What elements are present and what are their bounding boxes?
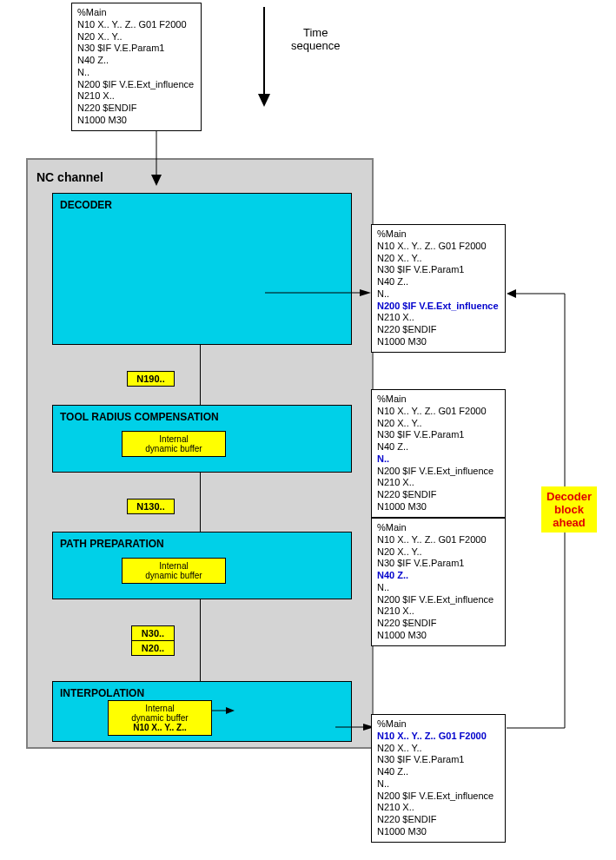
tag-n130: N130.. xyxy=(127,499,175,514)
doc-line: N1000 M30 xyxy=(377,501,500,513)
doc-line: N.. xyxy=(377,778,500,791)
buffer-interp-n10: N10 X.. Y.. Z.. xyxy=(133,723,187,732)
doc-line: N220 $ENDIF xyxy=(377,324,500,336)
tag-n190: N190.. xyxy=(127,371,175,387)
arrow-interp xyxy=(335,723,376,735)
stage-interp-title: INTERPOLATION xyxy=(60,687,344,699)
doc-line: %Main xyxy=(377,228,500,241)
doc-line: N20 X.. Y.. xyxy=(377,253,500,265)
doc-line-hl: N200 $IF V.E.Ext_influence xyxy=(377,301,500,313)
doc-line: N.. xyxy=(377,582,500,594)
decoder-block-ahead: Decoder block ahead xyxy=(541,486,597,533)
doc-line: %Main xyxy=(377,718,500,731)
doc-line: N.. xyxy=(377,288,500,301)
doc-line: %Main xyxy=(377,522,500,534)
svg-marker-5 xyxy=(360,289,371,296)
doc-line: N220 $ENDIF xyxy=(377,489,500,501)
doc-line: N20 X.. Y.. xyxy=(377,546,500,559)
doc-line: %Main xyxy=(77,7,195,19)
buffer-interp-label: Internal dynamic buffer xyxy=(131,704,188,723)
doc-line: N10 X.. Y.. Z.. G01 F2000 xyxy=(377,241,500,253)
doc-decoder: %Main N10 X.. Y.. Z.. G01 F2000 N20 X.. … xyxy=(371,224,506,353)
doc-line: N200 $IF V.E.Ext_influence xyxy=(77,79,195,91)
buffer-pathprep: Internal dynamic buffer xyxy=(122,558,226,584)
buffer-trc: Internal dynamic buffer xyxy=(122,431,226,457)
doc-trc: %Main N10 X.. Y.. Z.. G01 F2000 N20 X.. … xyxy=(371,389,506,518)
doc-line: N10 X.. Y.. Z.. G01 F2000 xyxy=(377,534,500,546)
stage-decoder-title: DECODER xyxy=(60,199,344,211)
doc-line: N30 $IF V.E.Param1 xyxy=(377,558,500,570)
doc-line: N220 $ENDIF xyxy=(77,103,195,115)
svg-marker-9 xyxy=(226,707,235,714)
arrow-decoding xyxy=(265,289,374,301)
doc-line: N20 X.. Y.. xyxy=(77,31,195,43)
buffer-interp: Internal dynamic buffer N10 X.. Y.. Z.. xyxy=(108,700,212,736)
doc-line-hl: N10 X.. Y.. Z.. G01 F2000 xyxy=(377,731,500,743)
doc-line: N40 Z.. xyxy=(377,441,500,453)
doc-main-top: %Main N10 X.. Y.. Z.. G01 F2000 N20 X.. … xyxy=(71,3,202,131)
tag-n20: N20.. xyxy=(131,640,175,656)
arrow-top-to-decoder xyxy=(143,125,169,190)
doc-pathprep: %Main N10 X.. Y.. Z.. G01 F2000 N20 X.. … xyxy=(371,518,506,646)
stage-decoder: DECODER xyxy=(52,193,352,345)
doc-line: N30 $IF V.E.Param1 xyxy=(377,429,500,441)
doc-line: N40 Z.. xyxy=(77,55,195,67)
nc-title: NC channel xyxy=(36,170,363,184)
doc-line: N40 Z.. xyxy=(377,276,500,288)
doc-line: N1000 M30 xyxy=(377,826,500,838)
doc-line: N30 $IF V.E.Param1 xyxy=(377,264,500,276)
doc-line: N200 $IF V.E.Ext_influence xyxy=(377,594,500,606)
doc-line: N10 X.. Y.. Z.. G01 F2000 xyxy=(77,19,195,31)
svg-marker-14 xyxy=(507,289,516,298)
doc-line: N30 $IF V.E.Param1 xyxy=(377,754,500,766)
doc-line-hl: N40 Z.. xyxy=(377,570,500,582)
doc-line: N20 X.. Y.. xyxy=(377,743,500,755)
doc-line: N1000 M30 xyxy=(377,336,500,348)
tag-n30: N30.. xyxy=(131,625,175,641)
doc-line: N200 $IF V.E.Ext_influence xyxy=(377,466,500,478)
svg-marker-1 xyxy=(258,94,270,107)
doc-line: N30 $IF V.E.Param1 xyxy=(77,43,195,55)
arrow-buf-to-label xyxy=(212,705,236,718)
doc-line: N220 $ENDIF xyxy=(377,618,500,630)
doc-line: N210 X.. xyxy=(377,605,500,618)
doc-line: N40 Z.. xyxy=(377,766,500,778)
doc-line: N10 X.. Y.. Z.. G01 F2000 xyxy=(377,406,500,418)
doc-line-hl: N.. xyxy=(377,453,500,466)
doc-line: N.. xyxy=(77,67,195,79)
stage-pathprep-title: PATH PREPARATION xyxy=(60,538,344,550)
doc-line: N200 $IF V.E.Ext_influence xyxy=(377,791,500,803)
doc-interp: %Main N10 X.. Y.. Z.. G01 F2000 N20 X.. … xyxy=(371,714,506,843)
doc-line: N210 X.. xyxy=(377,312,500,324)
doc-line: N210 X.. xyxy=(377,802,500,814)
doc-line: N220 $ENDIF xyxy=(377,814,500,826)
svg-marker-3 xyxy=(151,175,162,186)
doc-line: %Main xyxy=(377,394,500,406)
time-arrow xyxy=(251,7,277,111)
time-label: Time sequence xyxy=(291,26,340,52)
doc-line: N210 X.. xyxy=(77,90,195,103)
stage-trc-title: TOOL RADIUS COMPENSATION xyxy=(60,411,344,423)
doc-line: N20 X.. Y.. xyxy=(377,418,500,430)
doc-line: N1000 M30 xyxy=(77,115,195,127)
doc-line: N1000 M30 xyxy=(377,630,500,642)
doc-line: N210 X.. xyxy=(377,477,500,489)
